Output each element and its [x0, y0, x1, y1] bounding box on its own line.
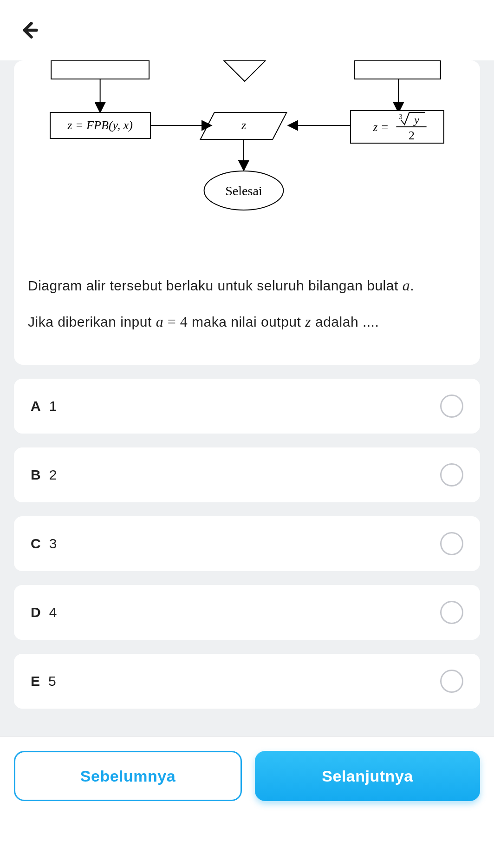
question-card: z = FPB(y, x) z = 2 3 y z	[14, 60, 480, 365]
content-area: z = FPB(y, x) z = 2 3 y z	[0, 60, 494, 736]
svg-rect-0	[51, 60, 149, 79]
svg-text:z = FPB(y, x): z = FPB(y, x)	[67, 118, 133, 132]
option-a[interactable]: A 1	[14, 379, 480, 434]
svg-text:z =: z =	[372, 120, 389, 134]
p2-var-a: a	[156, 313, 164, 330]
p2-val: 4	[180, 313, 188, 330]
option-label: E	[31, 673, 40, 689]
radio-icon[interactable]	[440, 601, 463, 624]
p2-mid: maka nilai output	[188, 314, 305, 329]
radio-icon[interactable]	[440, 463, 463, 487]
p2-eq: =	[163, 313, 180, 330]
back-icon[interactable]	[19, 20, 39, 40]
radio-icon[interactable]	[440, 532, 463, 555]
p2-before: Jika diberikan input	[28, 314, 156, 329]
next-button-label: Selanjutnya	[322, 767, 413, 785]
question-paragraph-1: Diagram alir tersebut berlaku untuk selu…	[28, 274, 466, 297]
option-d[interactable]: D 4	[14, 585, 480, 640]
p1-var-a: a	[403, 277, 410, 294]
option-value: 1	[49, 398, 57, 414]
option-value: 3	[49, 536, 57, 552]
option-c[interactable]: C 3	[14, 516, 480, 571]
svg-text:3: 3	[399, 113, 402, 120]
svg-text:z: z	[241, 118, 246, 132]
option-b[interactable]: B 2	[14, 447, 480, 502]
question-text: Diagram alir tersebut berlaku untuk selu…	[14, 260, 480, 333]
topbar	[0, 0, 494, 60]
p1-text-before: Diagram alir tersebut berlaku untuk selu…	[28, 278, 403, 293]
svg-text:2: 2	[409, 129, 415, 142]
footer-nav: Sebelumnya Selanjutnya	[0, 736, 494, 815]
p2-var-z: z	[305, 313, 311, 330]
option-label: D	[31, 605, 41, 620]
option-e[interactable]: E 5	[14, 654, 480, 709]
option-label: A	[31, 398, 41, 414]
option-value: 4	[49, 605, 57, 620]
next-button[interactable]: Selanjutnya	[255, 751, 480, 801]
option-label: C	[31, 536, 41, 552]
p2-after: adalah ....	[311, 314, 379, 329]
prev-button-label: Sebelumnya	[80, 767, 176, 785]
option-label: B	[31, 467, 41, 483]
p1-text-after: .	[410, 278, 414, 293]
svg-text:y: y	[413, 114, 419, 126]
radio-icon[interactable]	[440, 395, 463, 418]
option-value: 5	[48, 673, 56, 689]
flowchart: z = FPB(y, x) z = 2 3 y z	[28, 60, 466, 260]
question-paragraph-2: Jika diberikan input a = 4 maka nilai ou…	[28, 310, 466, 334]
svg-rect-1	[354, 60, 441, 79]
prev-button[interactable]: Sebelumnya	[14, 751, 242, 801]
radio-icon[interactable]	[440, 670, 463, 693]
option-value: 2	[49, 467, 57, 483]
options-list: A 1 B 2 C 3 D 4 E 5	[14, 379, 480, 709]
svg-text:Selesai: Selesai	[225, 184, 262, 198]
